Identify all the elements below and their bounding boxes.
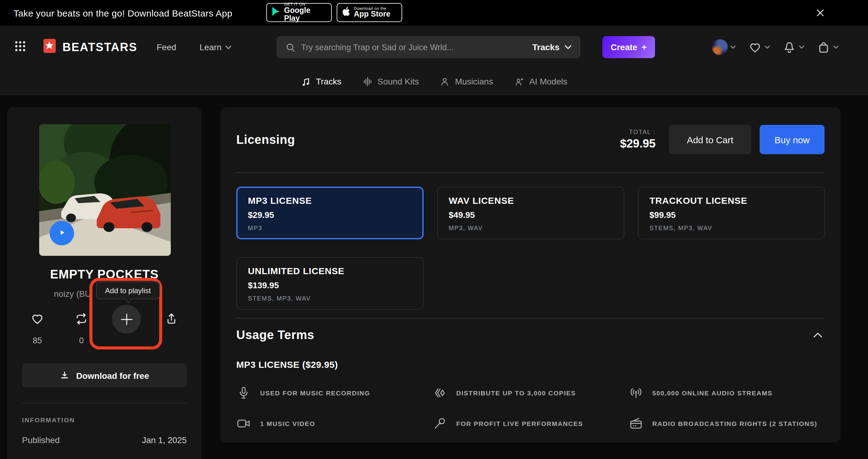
divider <box>236 318 825 319</box>
close-icon <box>815 8 825 18</box>
play-icon <box>56 227 67 240</box>
banner-close-button[interactable] <box>815 8 825 18</box>
license-card-mp3[interactable]: MP3 LICENSE $29.95 MP3 <box>236 187 424 239</box>
brand-name: BEATSTARS <box>62 40 137 54</box>
license-options: MP3 LICENSE $29.95 MP3 WAV LICENSE $49.9… <box>236 187 825 310</box>
account-menu[interactable] <box>712 39 736 55</box>
person-icon <box>440 76 450 87</box>
usage-terms-header: Usage Terms <box>236 326 825 343</box>
add-to-playlist-button[interactable] <box>112 305 141 334</box>
usage-terms-subheading: MP3 LICENSE ($29.95) <box>236 359 825 370</box>
copies-icon <box>432 386 447 400</box>
total-value: $29.95 <box>620 137 656 151</box>
plus-icon: + <box>642 42 646 52</box>
app-banner: Take your beats on the go! Download Beat… <box>0 0 868 26</box>
google-play-icon <box>271 6 280 19</box>
subnav-sound-kits[interactable]: Sound Kits <box>362 76 419 87</box>
search-icon <box>285 42 296 52</box>
term-item: 500,000 ONLINE AUDIO STREAMS <box>628 386 825 400</box>
live-mic-icon <box>432 416 447 431</box>
licensing-title: Licensing <box>236 132 295 147</box>
play-button[interactable] <box>50 221 74 245</box>
main-navbar: BEATSTARS Feed Learn Tracks Create + <box>0 26 868 68</box>
add-to-playlist-tooltip: Add to playlist <box>96 281 160 299</box>
radio-icon <box>628 416 643 431</box>
category-subnav: Tracks Sound Kits Musicians AI Models <box>0 68 868 95</box>
track-artist: noizy (BU <box>54 289 91 299</box>
bag-icon <box>816 40 831 54</box>
subnav-ai-models[interactable]: AI Models <box>514 76 567 87</box>
chevron-down-icon <box>730 45 736 49</box>
notifications-menu[interactable] <box>782 40 804 54</box>
nav-feed-link[interactable]: Feed <box>157 42 176 52</box>
app-store-badge[interactable]: Download on the App Store <box>337 3 402 22</box>
waveform-icon <box>362 76 372 87</box>
beatstars-brand[interactable]: BEATSTARS <box>43 38 137 56</box>
download-free-button[interactable]: Download for free <box>22 364 187 388</box>
page-content: EMPTY POCKETS noizy (BU 85 0 Add to <box>0 95 868 459</box>
search-scope-dropdown[interactable]: Tracks <box>532 42 572 52</box>
track-sidebar-card: EMPTY POCKETS noizy (BU 85 0 Add to <box>7 107 202 459</box>
total-block: TOTAL : $29.95 <box>620 128 656 151</box>
chevron-down-icon <box>564 45 572 50</box>
total-label: TOTAL : <box>629 128 656 135</box>
term-item: DISTRIBUTE UP TO 3,000 COPIES <box>432 386 629 400</box>
heart-icon <box>30 311 45 326</box>
download-icon <box>60 370 70 381</box>
divider <box>22 403 187 403</box>
google-play-badge[interactable]: GET IT ON Google Play <box>266 3 332 22</box>
published-label: Published <box>22 435 60 445</box>
banner-text: Take your beats on the go! Download Beat… <box>13 8 232 18</box>
term-item: 1 MUSIC VIDEO <box>236 416 432 431</box>
bell-icon <box>782 40 796 54</box>
chevron-down-icon <box>765 45 770 49</box>
add-to-cart-button[interactable]: Add to Cart <box>669 125 751 154</box>
license-card-trackout[interactable]: TRACKOUT LICENSE $99.95 STEMS, MP3, WAV <box>638 187 825 239</box>
collapse-button[interactable] <box>811 330 825 340</box>
published-row: Published Jan 1, 2025 <box>22 435 187 445</box>
music-note-icon <box>301 76 311 87</box>
chevron-down-icon <box>799 45 804 49</box>
term-item: FOR PROFIT LIVE PERFORMANCES <box>432 416 629 431</box>
term-item: USED FOR MUSIC RECORDING <box>236 386 432 400</box>
page: Take your beats on the go! Download Beat… <box>0 0 868 459</box>
license-card-wav[interactable]: WAV LICENSE $49.95 MP3, WAV <box>437 187 624 239</box>
like-count: 85 <box>30 336 45 345</box>
apps-grid-icon[interactable] <box>14 40 26 54</box>
plus-icon <box>119 311 134 327</box>
share-icon <box>164 311 179 326</box>
apple-icon <box>342 6 350 19</box>
video-camera-icon <box>236 416 251 431</box>
like-button[interactable] <box>30 311 45 326</box>
usage-terms-list: USED FOR MUSIC RECORDING DISTRIBUTE UP T… <box>236 386 825 431</box>
cart-menu[interactable] <box>816 40 839 54</box>
chevron-down-icon <box>225 45 231 49</box>
information-label: INFORMATION <box>22 416 75 424</box>
chevron-down-icon <box>833 45 839 49</box>
license-card-unlimited[interactable]: UNLIMITED LICENSE $139.95 STEMS, MP3, WA… <box>236 257 424 310</box>
nav-right-icons <box>712 39 839 55</box>
microphone-icon <box>236 386 251 400</box>
share-button[interactable] <box>164 311 179 326</box>
avatar <box>712 39 728 55</box>
chevron-up-icon <box>812 331 823 338</box>
broadcast-icon <box>628 386 643 400</box>
published-value: Jan 1, 2025 <box>142 435 187 445</box>
search-bar[interactable]: Tracks <box>277 36 580 58</box>
buy-now-button[interactable]: Buy now <box>760 125 825 154</box>
app-store-line2: App Store <box>354 11 390 19</box>
store-badges: GET IT ON Google Play Download on the Ap… <box>266 3 402 22</box>
track-title: EMPTY POCKETS <box>7 268 202 281</box>
nav-learn-link[interactable]: Learn <box>199 42 231 52</box>
usage-terms-title: Usage Terms <box>236 328 314 342</box>
repost-icon <box>74 311 89 326</box>
favorites-menu[interactable] <box>748 40 770 54</box>
create-button[interactable]: Create + <box>602 36 655 58</box>
ai-person-icon <box>514 76 524 87</box>
subnav-musicians[interactable]: Musicians <box>440 76 493 87</box>
licensing-panel: Licensing TOTAL : $29.95 Add to Cart Buy… <box>220 107 840 442</box>
repost-button[interactable] <box>74 311 89 326</box>
search-input[interactable] <box>301 42 527 52</box>
subnav-tracks[interactable]: Tracks <box>301 76 341 87</box>
repost-count: 0 <box>74 336 89 345</box>
